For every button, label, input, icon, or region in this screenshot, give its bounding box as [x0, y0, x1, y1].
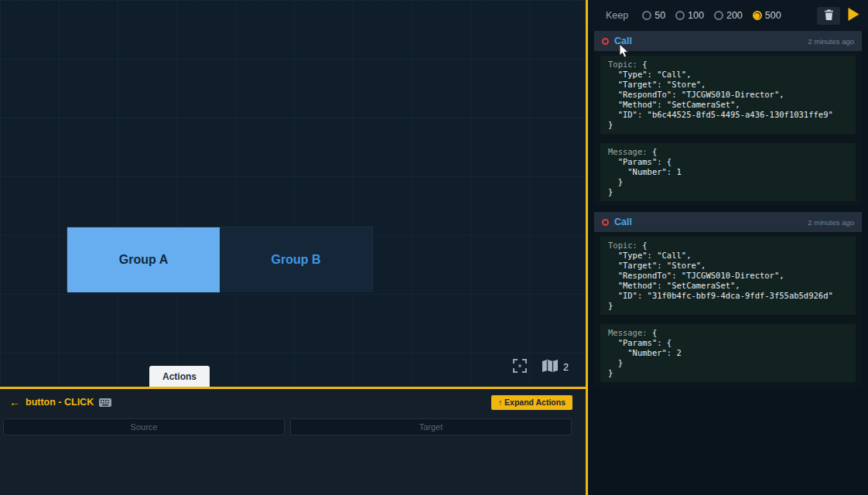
source-input[interactable]	[3, 418, 285, 435]
message-log-panel: Keep 50 100 200 500	[588, 0, 868, 495]
topic-label: Topic:	[608, 241, 637, 250]
keyboard-icon	[99, 398, 111, 407]
payload-block: Message: { "Params": { "Number": 2 } }	[600, 324, 856, 382]
radio-icon	[753, 11, 762, 20]
radio-label: 500	[765, 10, 781, 21]
play-icon	[847, 7, 860, 24]
message-title: Call	[614, 217, 632, 227]
keep-label: Keep	[606, 10, 628, 21]
message-label: Message:	[608, 147, 648, 156]
expand-actions-button[interactable]: ↑ Expand Actions	[491, 395, 572, 410]
keep-option-100[interactable]: 100	[675, 10, 704, 21]
log-message-card: Call 2 minutes ago Topic: { "Type": "Cal…	[594, 212, 862, 387]
target-input[interactable]	[290, 418, 572, 435]
topic-json: { "Type": "Call", "Target": "Store", "Re…	[608, 241, 833, 310]
radio-icon	[642, 11, 651, 20]
group-b-button[interactable]: Group B	[220, 227, 372, 292]
fit-view-button[interactable]	[512, 358, 528, 377]
canvas-controls: 2	[512, 358, 569, 377]
play-button[interactable]	[847, 7, 860, 24]
radio-label: 100	[688, 10, 704, 21]
payload-block: Message: { "Params": { "Number": 1 } }	[600, 143, 856, 201]
keep-option-50[interactable]: 50	[642, 10, 665, 21]
back-arrow-button[interactable]: ←	[9, 396, 20, 408]
topic-block: Topic: { "Type": "Call", "Target": "Stor…	[600, 237, 856, 315]
message-header[interactable]: Call 2 minutes ago	[594, 31, 862, 51]
actions-tab[interactable]: Actions	[149, 366, 210, 387]
button-grid-canvas[interactable]: Group A Group B Actions	[0, 0, 586, 389]
keep-option-500[interactable]: 500	[753, 10, 781, 21]
log-toolbar: Keep 50 100 200 500	[588, 0, 868, 31]
radio-icon	[675, 11, 685, 20]
action-editor-title: button - CLICK	[26, 397, 94, 408]
message-timestamp: 2 minutes ago	[808, 218, 854, 227]
app-root: Group A Group B Actions	[0, 0, 868, 495]
radio-icon	[714, 11, 723, 20]
message-timestamp: 2 minutes ago	[808, 37, 854, 46]
topic-block: Topic: { "Type": "Call", "Target": "Stor…	[600, 56, 856, 134]
left-column: Group A Group B Actions	[0, 0, 588, 495]
map-page-count: 2	[563, 362, 569, 373]
action-editor-header: ← button - CLICK ↑ Expand Acti	[9, 394, 572, 410]
topic-json: { "Type": "Call", "Target": "Store", "Re…	[608, 60, 833, 129]
group-a-button[interactable]: Group A	[67, 227, 220, 292]
action-editor-fields	[3, 418, 572, 435]
radio-label: 50	[654, 10, 665, 21]
group-button-row: Group A Group B	[67, 227, 373, 292]
fullscreen-icon	[512, 358, 528, 377]
message-title: Call	[614, 36, 632, 46]
trash-icon	[824, 9, 834, 22]
action-editor-panel: ← button - CLICK ↑ Expand Acti	[0, 389, 586, 495]
clear-log-button[interactable]	[817, 7, 840, 25]
message-body: Topic: { "Type": "Call", "Target": "Stor…	[594, 51, 862, 206]
log-message-card: Call 2 minutes ago Topic: { "Type": "Cal…	[594, 31, 862, 206]
call-status-icon	[602, 38, 609, 45]
radio-label: 200	[726, 10, 743, 21]
message-body: Topic: { "Type": "Call", "Target": "Stor…	[594, 232, 862, 387]
map-icon	[542, 359, 559, 376]
topic-label: Topic:	[608, 60, 637, 69]
keep-option-200[interactable]: 200	[714, 10, 743, 21]
map-pages-button[interactable]: 2	[542, 359, 569, 376]
call-status-icon	[602, 219, 609, 226]
message-header[interactable]: Call 2 minutes ago	[594, 212, 862, 232]
message-label: Message:	[608, 328, 648, 337]
